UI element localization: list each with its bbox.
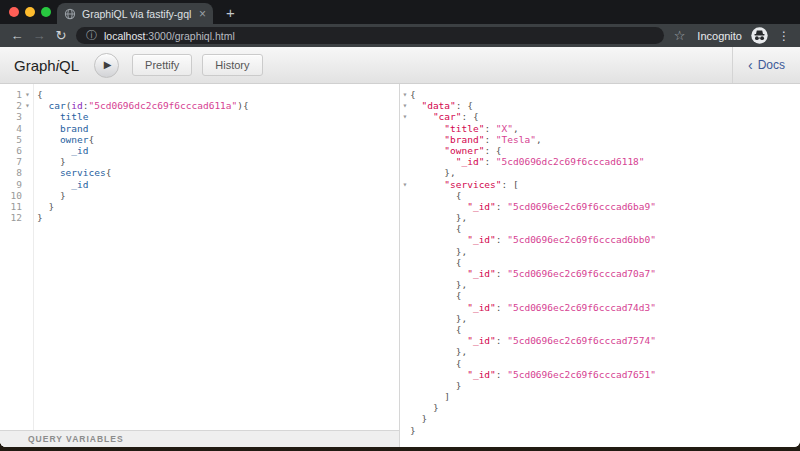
code-text: } [33, 156, 66, 167]
code-text: car(id:"5cd0696dc2c69f6cccad611a"){ [33, 100, 249, 111]
code-text: { [410, 358, 462, 369]
code-text: } [410, 402, 439, 413]
line-number: 2 [0, 100, 22, 111]
line-number: 11 [0, 201, 22, 212]
gutter-divider [33, 84, 34, 430]
code-line: 3 title [0, 111, 399, 122]
fold-gutter-spacer [400, 223, 410, 234]
browser-tab[interactable]: GraphiQL via fastify-gql × [57, 3, 213, 24]
fold-gutter-spacer [400, 145, 410, 156]
chevron-left-icon: ‹ [748, 58, 753, 72]
fold-gutter-spacer [22, 179, 33, 190]
fold-arrow-icon[interactable]: ▾ [400, 89, 410, 100]
code-line: "_id": "5cd0696ec2c69f6cccad7574" [400, 335, 800, 346]
code-text: }, [410, 246, 467, 257]
query-variables-bar[interactable]: QUERY VARIABLES [0, 430, 399, 447]
code-line: "_id": "5cd0696ec2c69f6cccad70a7" [400, 268, 800, 279]
fold-gutter-spacer [400, 425, 410, 436]
traffic-lights [0, 0, 57, 24]
code-text: { [410, 257, 462, 268]
code-line: "_id": "5cd0696dc2c69f6cccad6118" [400, 156, 800, 167]
code-line: 9 _id [0, 179, 399, 190]
code-line: ▾{ [400, 89, 800, 100]
line-number: 5 [0, 134, 22, 145]
line-number: 10 [0, 190, 22, 201]
fold-gutter-spacer [400, 190, 410, 201]
code-text: }, [410, 279, 467, 290]
fold-gutter-spacer [400, 279, 410, 290]
new-tab-button[interactable]: + [226, 5, 235, 20]
code-line: 2▾ car(id:"5cd0696dc2c69f6cccad611a"){ [0, 100, 399, 111]
history-button[interactable]: History [202, 54, 262, 76]
code-text: { [410, 324, 462, 335]
code-line: 11 } [0, 201, 399, 212]
code-text: }, [410, 212, 467, 223]
fold-gutter-spacer [400, 358, 410, 369]
forward-icon[interactable]: → [28, 29, 50, 42]
browser-toolbar: ← → ↻ ⓘ localhost:3000/graphiql.html ☆ I… [0, 24, 800, 47]
bookmark-star-icon[interactable]: ☆ [674, 29, 686, 42]
line-number: 7 [0, 156, 22, 167]
code-text: } [410, 413, 427, 424]
code-text: "brand": "Tesla", [410, 134, 542, 145]
code-line: ] [400, 391, 800, 402]
line-number: 3 [0, 111, 22, 122]
back-icon[interactable]: ← [6, 29, 28, 42]
code-line: }, [400, 212, 800, 223]
fold-arrow-icon[interactable]: ▾ [400, 100, 410, 111]
code-line: { [400, 358, 800, 369]
code-line: ▾ "data": { [400, 100, 800, 111]
query-variables-title: QUERY VARIABLES [28, 434, 124, 444]
fold-arrow-icon[interactable]: ▾ [400, 179, 410, 190]
fold-gutter-spacer [400, 335, 410, 346]
site-info-icon[interactable]: ⓘ [86, 30, 97, 41]
close-window-button[interactable] [9, 7, 19, 17]
tab-close-icon[interactable]: × [199, 8, 206, 20]
url-text: localhost:3000/graphiql.html [104, 30, 235, 42]
fold-gutter-spacer [400, 201, 410, 212]
fold-gutter-spacer [400, 302, 410, 313]
code-line: 7 } [0, 156, 399, 167]
fold-gutter-spacer [400, 313, 410, 324]
code-text: "data": { [410, 100, 473, 111]
code-line: }, [400, 313, 800, 324]
code-text: }, [410, 346, 467, 357]
prettify-button[interactable]: Prettify [132, 54, 192, 76]
code-line: }, [400, 346, 800, 357]
code-line: 1▾{ [0, 89, 399, 100]
logo-ql: QL [59, 57, 79, 74]
zoom-window-button[interactable] [41, 7, 51, 17]
code-line: }, [400, 167, 800, 178]
code-text: } [33, 201, 54, 212]
minimize-window-button[interactable] [25, 7, 35, 17]
address-bar[interactable]: ⓘ localhost:3000/graphiql.html [76, 27, 664, 44]
fold-gutter-spacer [400, 290, 410, 301]
code-line: { [400, 257, 800, 268]
logo-graph: Graph [14, 57, 56, 74]
execute-query-button[interactable]: ▶ [94, 53, 119, 78]
fold-arrow-icon[interactable]: ▾ [400, 111, 410, 122]
fold-gutter-spacer [400, 167, 410, 178]
code-text: { [410, 223, 462, 234]
browser-menu-icon[interactable]: ⋮ [778, 30, 790, 42]
code-text: _id [33, 179, 89, 190]
query-editor[interactable]: 1▾{2▾ car(id:"5cd0696dc2c69f6cccad611a")… [0, 84, 399, 430]
fold-gutter-spacer [400, 268, 410, 279]
fold-arrow-icon[interactable]: ▾ [22, 100, 33, 111]
code-text: "_id": "5cd0696ec2c69f6cccad7574" [410, 335, 656, 346]
fold-gutter-spacer [400, 234, 410, 245]
docs-button[interactable]: ‹ Docs [732, 47, 800, 83]
code-text: title [33, 111, 89, 122]
fold-gutter-spacer [22, 134, 33, 145]
code-line: 10 } [0, 190, 399, 201]
code-line: "_id": "5cd0696ec2c69f6cccad6bb0" [400, 234, 800, 245]
code-line: } [400, 425, 800, 436]
code-text: ] [410, 391, 450, 402]
code-text: } [33, 190, 66, 201]
reload-icon[interactable]: ↻ [50, 29, 72, 42]
line-number: 6 [0, 145, 22, 156]
line-number: 1 [0, 89, 22, 100]
code-text: } [410, 380, 462, 391]
fold-arrow-icon[interactable]: ▾ [22, 89, 33, 100]
code-line: 6 _id [0, 145, 399, 156]
